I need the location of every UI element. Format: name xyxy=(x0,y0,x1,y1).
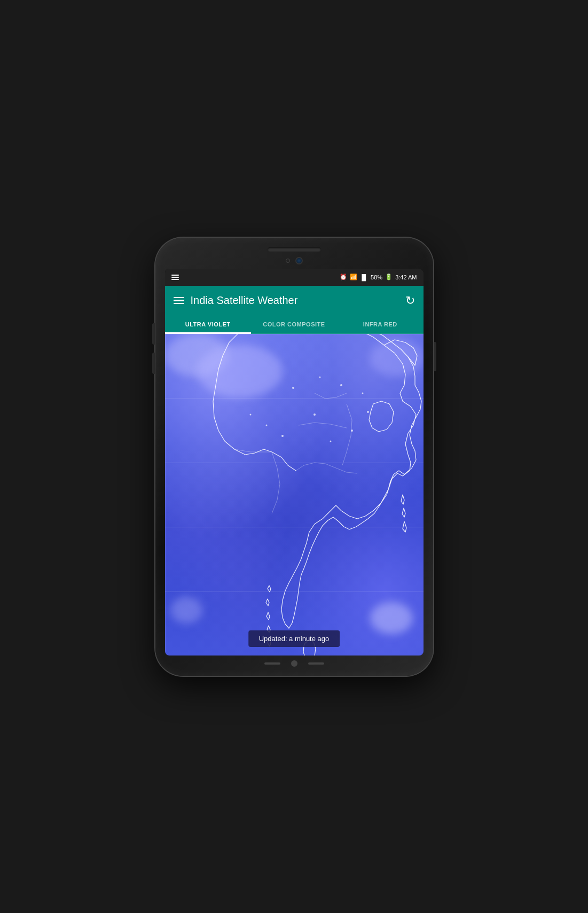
svg-point-6 xyxy=(351,430,353,432)
front-camera xyxy=(295,257,303,264)
svg-point-5 xyxy=(330,440,331,442)
app-title: India Satellite Weather xyxy=(191,294,399,307)
tab-color-composite[interactable]: COLOR COMPOSITE xyxy=(251,316,337,333)
satellite-view[interactable]: Updated: a minute ago xyxy=(165,334,424,656)
nav-recents[interactable] xyxy=(308,662,324,665)
svg-point-0 xyxy=(292,387,294,389)
svg-point-3 xyxy=(362,392,363,394)
phone-screen: ⏰ 📶 ▐▌ 58% 🔋 3:42 AM India Satellite Wea… xyxy=(165,269,424,656)
power-button[interactable] xyxy=(434,342,436,371)
tab-infra-red[interactable]: INFRA RED xyxy=(337,316,423,333)
nav-back[interactable] xyxy=(264,662,280,665)
status-bar: ⏰ 📶 ▐▌ 58% 🔋 3:42 AM xyxy=(165,269,424,286)
menu-button[interactable] xyxy=(174,297,184,305)
wifi-icon: 📶 xyxy=(350,274,357,280)
svg-point-7 xyxy=(367,411,369,413)
refresh-button[interactable]: ↻ xyxy=(405,294,415,308)
svg-point-2 xyxy=(340,384,342,386)
nav-home[interactable] xyxy=(291,660,297,667)
app-bar: India Satellite Weather ↻ xyxy=(165,286,424,316)
speaker-grill xyxy=(268,247,321,252)
tab-ultra-violet[interactable]: ULTRA VIOLET xyxy=(165,316,251,333)
india-map-svg xyxy=(165,334,424,656)
svg-point-9 xyxy=(265,424,267,426)
status-left xyxy=(171,275,179,280)
svg-point-10 xyxy=(281,435,284,437)
volume-up-button[interactable] xyxy=(152,323,155,345)
volume-down-button[interactable] xyxy=(152,353,155,374)
alarm-icon: ⏰ xyxy=(340,274,347,280)
svg-point-4 xyxy=(313,413,316,416)
svg-point-8 xyxy=(249,413,251,415)
update-toast: Updated: a minute ago xyxy=(248,630,340,647)
phone-bottom-nav xyxy=(165,658,424,669)
notification-icon xyxy=(171,275,179,280)
phone-device: ⏰ 📶 ▐▌ 58% 🔋 3:42 AM India Satellite Wea… xyxy=(155,238,433,676)
clock: 3:42 AM xyxy=(395,274,417,280)
status-right: ⏰ 📶 ▐▌ 58% 🔋 3:42 AM xyxy=(340,274,417,280)
tabs-bar: ULTRA VIOLET COLOR COMPOSITE INFRA RED xyxy=(165,316,424,334)
battery-icon: 🔋 xyxy=(385,274,393,280)
proximity-sensor xyxy=(286,259,290,263)
signal-bars: ▐▌ xyxy=(360,274,369,280)
battery-percent: 58% xyxy=(371,274,382,280)
camera-area xyxy=(165,257,424,264)
svg-point-1 xyxy=(319,376,320,378)
